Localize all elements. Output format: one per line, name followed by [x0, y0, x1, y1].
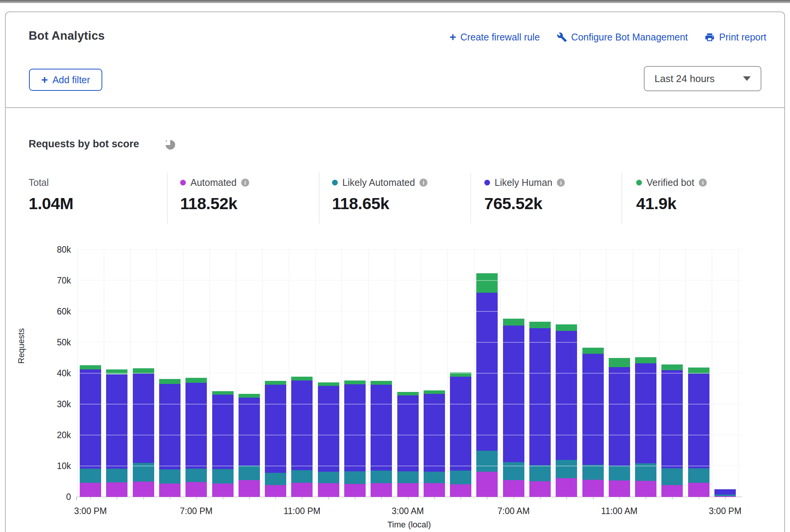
bar-segment-likely-human[interactable] [714, 489, 736, 495]
create-firewall-rule-link[interactable]: + Create firewall rule [450, 31, 540, 43]
bar-segment-likely-human[interactable] [265, 385, 286, 473]
bar-segment-likely-human[interactable] [133, 374, 154, 463]
bar-segment-likely-automated[interactable] [688, 468, 709, 483]
bar-segment-likely-automated[interactable] [80, 469, 101, 482]
info-icon[interactable]: i [557, 179, 565, 187]
bar-segment-likely-human[interactable] [582, 354, 604, 465]
bar-segment-verified-bot[interactable] [397, 392, 419, 395]
bar-segment-verified-bot[interactable] [476, 273, 498, 292]
bar-segment-automated[interactable] [344, 484, 366, 497]
bar-segment-automated[interactable] [133, 482, 154, 497]
info-icon[interactable]: i [419, 179, 427, 187]
bar-segment-likely-human[interactable] [212, 395, 234, 469]
bar-segment-likely-human[interactable] [106, 374, 127, 469]
bar-segment-automated[interactable] [239, 480, 260, 497]
bar-segment-likely-automated[interactable] [318, 472, 339, 484]
bar-segment-verified-bot[interactable] [212, 391, 234, 395]
bar-segment-automated[interactable] [688, 483, 709, 497]
bar-segment-automated[interactable] [318, 483, 339, 497]
bar-segment-likely-human[interactable] [80, 369, 101, 469]
bar-segment-verified-bot[interactable] [661, 364, 683, 370]
bar-segment-likely-human[interactable] [239, 398, 260, 466]
bar-segment-automated[interactable] [503, 480, 524, 497]
bar-segment-likely-human[interactable] [661, 370, 683, 468]
bar-segment-likely-human[interactable] [529, 328, 551, 466]
info-icon[interactable]: i [699, 179, 707, 187]
bar-segment-likely-automated[interactable] [291, 470, 313, 483]
bar-segment-likely-automated[interactable] [556, 460, 577, 478]
bar-segment-automated[interactable] [450, 484, 471, 497]
bar-segment-automated[interactable] [556, 478, 577, 497]
bar-segment-automated[interactable] [159, 484, 181, 497]
bar-segment-verified-bot[interactable] [80, 365, 101, 369]
bar-segment-automated[interactable] [609, 480, 630, 497]
bar-segment-automated[interactable] [635, 481, 656, 497]
bar-segment-verified-bot[interactable] [609, 358, 630, 367]
bar-segment-likely-automated[interactable] [609, 466, 630, 480]
bar-segment-likely-human[interactable] [291, 380, 313, 470]
bar-segment-verified-bot[interactable] [344, 380, 366, 385]
bar-segment-likely-automated[interactable] [503, 462, 524, 480]
bar-segment-automated[interactable] [80, 483, 101, 497]
bar-segment-verified-bot[interactable] [159, 379, 181, 384]
bar-segment-likely-automated[interactable] [661, 468, 683, 485]
bar-segment-likely-human[interactable] [476, 293, 498, 451]
bar-segment-likely-automated[interactable] [212, 469, 234, 484]
bar-segment-likely-automated[interactable] [450, 471, 471, 484]
bar-segment-likely-automated[interactable] [344, 471, 366, 484]
bar-segment-verified-bot[interactable] [318, 382, 339, 386]
bar-segment-likely-human[interactable] [159, 384, 181, 469]
bar-segment-automated[interactable] [424, 483, 445, 497]
bar-segment-verified-bot[interactable] [556, 324, 577, 331]
bar-segment-likely-automated[interactable] [714, 495, 736, 496]
print-report-link[interactable]: Print report [705, 32, 766, 43]
bar-segment-verified-bot[interactable] [371, 381, 392, 385]
bar-segment-likely-automated[interactable] [529, 465, 551, 481]
bar-segment-likely-human[interactable] [318, 386, 339, 471]
bar-segment-verified-bot[interactable] [424, 390, 445, 394]
bar-segment-verified-bot[interactable] [265, 381, 286, 385]
bar-segment-likely-automated[interactable] [424, 472, 445, 483]
info-icon[interactable]: i [241, 179, 249, 187]
bar-segment-verified-bot[interactable] [582, 348, 604, 354]
bar-segment-likely-human[interactable] [344, 384, 366, 471]
bar-segment-likely-human[interactable] [609, 367, 630, 466]
add-filter-button[interactable]: + Add filter [29, 69, 102, 91]
bar-segment-likely-automated[interactable] [239, 466, 260, 480]
bar-segment-likely-automated[interactable] [159, 469, 181, 484]
bar-segment-likely-human[interactable] [503, 326, 524, 463]
bar-segment-automated[interactable] [529, 481, 551, 497]
configure-bot-management-link[interactable]: Configure Bot Management [557, 32, 688, 43]
bar-segment-likely-automated[interactable] [265, 473, 286, 485]
bar-segment-automated[interactable] [476, 472, 498, 497]
bar-segment-automated[interactable] [265, 485, 286, 497]
bar-segment-automated[interactable] [185, 482, 207, 497]
bar-segment-automated[interactable] [291, 483, 313, 497]
bar-segment-likely-automated[interactable] [397, 471, 419, 483]
bar-segment-verified-bot[interactable] [635, 357, 656, 363]
bar-segment-automated[interactable] [582, 480, 604, 497]
bar-segment-likely-human[interactable] [635, 363, 656, 463]
bar-segment-automated[interactable] [212, 484, 234, 497]
bar-segment-likely-automated[interactable] [582, 465, 604, 480]
bar-segment-likely-human[interactable] [556, 331, 577, 460]
bar-segment-automated[interactable] [661, 485, 683, 497]
bar-segment-likely-human[interactable] [450, 377, 471, 471]
bar-segment-verified-bot[interactable] [529, 322, 551, 328]
bar-segment-likely-human[interactable] [424, 394, 445, 472]
bar-segment-automated[interactable] [371, 483, 392, 497]
bar-segment-likely-human[interactable] [397, 395, 419, 471]
bar-segment-likely-human[interactable] [185, 383, 207, 469]
bar-segment-likely-automated[interactable] [371, 471, 392, 483]
time-range-select[interactable]: Last 24 hours [644, 66, 761, 91]
bar-segment-verified-bot[interactable] [291, 377, 313, 381]
bar-segment-likely-human[interactable] [688, 374, 709, 468]
bar-segment-verified-bot[interactable] [185, 378, 207, 383]
bar-segment-likely-automated[interactable] [476, 451, 498, 471]
bar-segment-likely-automated[interactable] [106, 469, 127, 482]
bar-segment-likely-automated[interactable] [185, 469, 207, 482]
bar-segment-verified-bot[interactable] [239, 394, 260, 398]
bar-segment-automated[interactable] [106, 482, 127, 497]
bar-segment-automated[interactable] [397, 483, 419, 497]
bar-segment-likely-human[interactable] [371, 385, 392, 471]
